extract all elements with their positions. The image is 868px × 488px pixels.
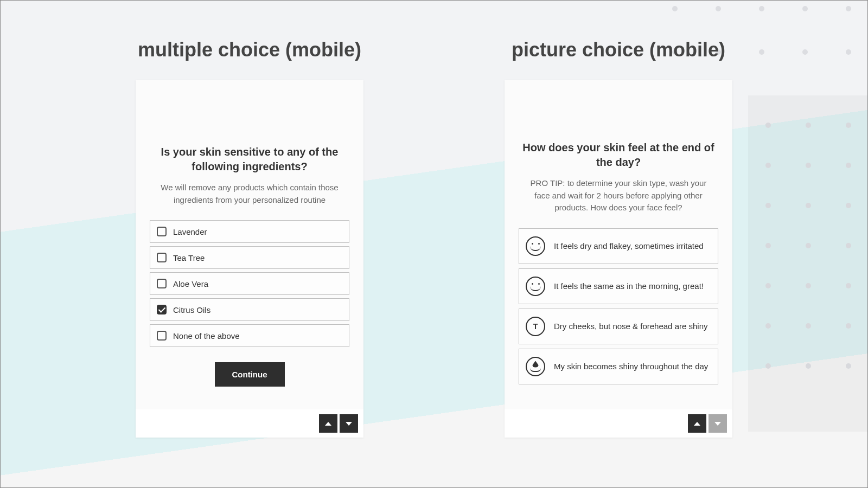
tzone-icon: T [526, 317, 545, 336]
question-title: Is your skin sensitive to any of the fol… [153, 145, 346, 174]
option-lavender[interactable]: Lavender [150, 220, 349, 243]
option-tea-tree[interactable]: Tea Tree [150, 246, 349, 269]
option-label: Dry cheeks, but nose & forehead are shin… [554, 322, 708, 331]
mobile-mock-multiple-choice: Is your skin sensitive to any of the fol… [136, 80, 363, 438]
option-label: Lavender [173, 227, 207, 236]
checkbox-checked-icon [157, 305, 167, 314]
nav-footer [505, 409, 732, 438]
picture-option-dry[interactable]: It feels dry and flakey, sometimes irrit… [519, 228, 718, 264]
nav-footer [136, 409, 363, 438]
option-label: Aloe Vera [173, 279, 208, 288]
mobile-mock-picture-choice: How does your skin feel at the end of th… [505, 80, 732, 438]
option-label: None of the above [173, 331, 240, 341]
chevron-down-icon [714, 422, 721, 426]
continue-button[interactable]: Continue [215, 362, 285, 387]
checkbox-icon [157, 253, 167, 262]
chevron-down-icon [346, 422, 352, 426]
chevron-up-icon [694, 422, 700, 426]
option-label: My skin becomes shiny throughout the day [554, 362, 708, 371]
picture-option-tzone[interactable]: T Dry cheeks, but nose & forehead are sh… [519, 309, 718, 344]
nav-down-button[interactable] [340, 414, 358, 433]
option-aloe-vera[interactable]: Aloe Vera [150, 272, 349, 295]
chevron-up-icon [325, 422, 331, 426]
option-label: Citrus Oils [173, 305, 210, 314]
option-label: Tea Tree [173, 253, 205, 262]
option-none[interactable]: None of the above [150, 324, 349, 347]
left-column-title: multiple choice (mobile) [136, 38, 363, 61]
right-column-title: picture choice (mobile) [505, 38, 732, 61]
picture-option-shiny[interactable]: My skin becomes shiny throughout the day [519, 349, 718, 384]
checkbox-icon [157, 279, 167, 288]
question-subtitle: We will remove any products which contai… [153, 182, 346, 206]
face-normal-icon [526, 277, 545, 296]
nav-down-button-disabled[interactable] [709, 414, 727, 433]
question-subtitle: PRO TIP: to determine your skin type, wa… [522, 177, 715, 214]
question-title: How does your skin feel at the end of th… [522, 140, 715, 170]
nav-up-button[interactable] [319, 414, 337, 433]
option-citrus-oils[interactable]: Citrus Oils [150, 298, 349, 321]
option-label: It feels the same as in the morning, gre… [554, 281, 704, 291]
oil-drop-icon [526, 357, 545, 376]
face-dry-icon [526, 236, 545, 256]
nav-up-button[interactable] [688, 414, 706, 433]
option-label: It feels dry and flakey, sometimes irrit… [554, 241, 704, 251]
picture-option-same[interactable]: It feels the same as in the morning, gre… [519, 268, 718, 304]
checkbox-icon [157, 331, 167, 341]
checkbox-icon [157, 227, 167, 236]
